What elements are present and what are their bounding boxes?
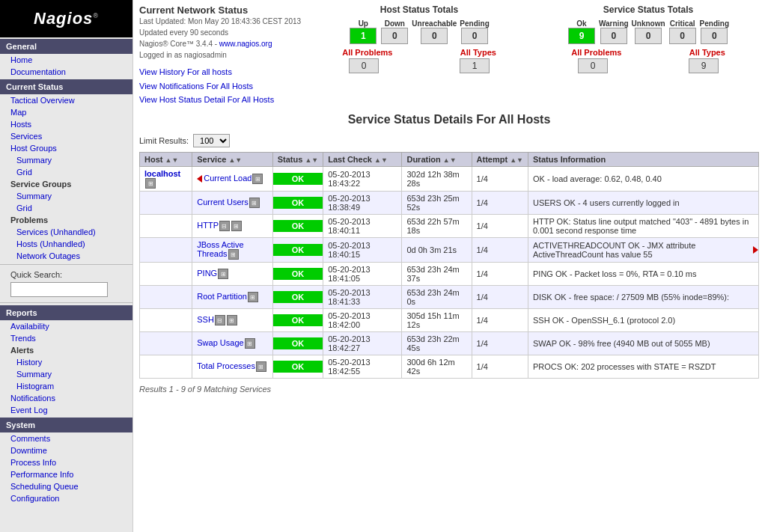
cell-duration: 302d 12h 38m 28s (402, 167, 472, 192)
service-link[interactable]: Total Processes (197, 361, 255, 370)
sidebar-item-host-groups[interactable]: Host Groups (0, 142, 132, 154)
host-all-problems-link[interactable]: All Problems (342, 48, 392, 57)
host-detail-icon[interactable]: ⊞ (145, 178, 156, 189)
view-notifications-link[interactable]: View Notifications For All Hosts (139, 79, 301, 94)
service-status-totals: Service Status Totals Ok 9 Warning 0 Unk… (537, 4, 759, 73)
sidebar-item-problems: Problems (0, 214, 132, 226)
host-link[interactable]: localhost (144, 169, 180, 178)
service-all-problems-val[interactable]: 0 (578, 58, 608, 73)
col-last-check: Last Check ▲▼ (323, 153, 402, 167)
sidebar-item-event-log[interactable]: Event Log (0, 404, 132, 416)
sidebar-item-comments[interactable]: Comments (0, 432, 132, 444)
host-all-types-link[interactable]: All Types (460, 48, 496, 57)
cell-attempt: 1/4 (472, 263, 528, 286)
sidebar-item-scheduling-queue[interactable]: Scheduling Queue (0, 480, 132, 492)
service-action-icon[interactable]: ⊞ (252, 174, 263, 184)
sidebar-item-services[interactable]: Services (0, 130, 132, 142)
sidebar-item-hosts-unhandled[interactable]: Hosts (Unhandled) (0, 238, 132, 250)
service-action-icon[interactable]: ⊞ (228, 249, 239, 260)
status-badge: OK (273, 220, 323, 232)
host-up-value[interactable]: 1 (350, 28, 377, 44)
view-history-link[interactable]: View History For all hosts (139, 65, 301, 79)
service-action-icon[interactable]: ⊞ (218, 269, 228, 279)
service-action-icon[interactable]: ⊞ (245, 338, 255, 349)
limit-select[interactable]: 100 50 25 All (193, 134, 230, 147)
cell-status-info: PROCS OK: 202 processes with STATE = RSZ… (528, 355, 759, 379)
cell-service: JBoss Active Threads⊞ (192, 238, 272, 263)
service-icon-1[interactable]: ⊟ (219, 221, 230, 231)
host-pending-value[interactable]: 0 (461, 28, 488, 44)
service-unknown-cell: Unknown 0 (630, 18, 667, 46)
service-link[interactable]: PING (197, 269, 217, 278)
service-critical-value[interactable]: 0 (669, 28, 696, 44)
service-all-types-val[interactable]: 9 (689, 58, 719, 73)
host-all-problems-val[interactable]: 0 (349, 58, 379, 73)
cell-last-check: 05-20-2013 18:40:11 (323, 215, 402, 238)
service-ok-value[interactable]: 9 (568, 28, 595, 44)
service-pending-value[interactable]: 0 (701, 28, 728, 44)
service-warning-value[interactable]: 0 (600, 28, 627, 44)
cell-last-check: 05-20-2013 18:41:33 (323, 286, 402, 309)
sidebar-item-downtime[interactable]: Downtime (0, 444, 132, 456)
cell-duration: 0d 0h 3m 21s (402, 238, 472, 263)
host-pending-cell: Pending 0 (458, 18, 490, 46)
service-all-problems-link[interactable]: All Problems (571, 48, 621, 57)
service-link[interactable]: Current Users (197, 198, 248, 207)
sidebar-item-hosts[interactable]: Hosts (0, 118, 132, 130)
service-link[interactable]: Current Load (204, 174, 252, 183)
service-link[interactable]: HTTP (197, 221, 219, 230)
sidebar-item-configuration[interactable]: Configuration (0, 492, 132, 504)
table-row: Total Processes⊞OK05-20-2013 18:42:55300… (140, 355, 759, 379)
quick-search-input[interactable] (10, 282, 108, 297)
service-link[interactable]: SSH (197, 315, 214, 324)
service-icon-1[interactable]: ⊟ (215, 315, 225, 325)
sidebar-item-documentation[interactable]: Documentation (0, 66, 132, 78)
sidebar-item-alerts: Alerts (0, 344, 132, 356)
cell-status-info: SSH OK - OpenSSH_6.1 (protocol 2.0) (528, 309, 759, 332)
table-row: PING⊞OK05-20-2013 18:41:05653d 23h 24m 3… (140, 263, 759, 286)
sidebar-item-notifications[interactable]: Notifications (0, 392, 132, 404)
sidebar-item-service-groups-grid[interactable]: Grid (0, 202, 132, 214)
table-row: Swap Usage⊞OK05-20-2013 18:42:27653d 23h… (140, 332, 759, 355)
logo: Nagios® (34, 9, 99, 28)
sidebar-item-host-groups-summary[interactable]: Summary (0, 154, 132, 166)
sidebar-item-process-info[interactable]: Process Info (0, 456, 132, 468)
sidebar-item-host-groups-grid[interactable]: Grid (0, 166, 132, 178)
cell-duration: 653d 23h 25m 52s (402, 192, 472, 215)
host-down-value[interactable]: 0 (381, 28, 408, 44)
sidebar-item-home[interactable]: Home (0, 54, 132, 66)
nagios-url-link[interactable]: www.nagios.org (219, 40, 272, 48)
service-unknown-value[interactable]: 0 (635, 28, 662, 44)
host-status-totals-title: Host Status Totals (308, 4, 530, 15)
sidebar-item-availability[interactable]: Availability (0, 320, 132, 332)
cell-status: OK (272, 355, 323, 379)
sidebar-section-reports: Reports (0, 305, 132, 320)
status-badge: OK (273, 244, 323, 256)
service-link[interactable]: Swap Usage (197, 338, 243, 347)
cell-status-info: SWAP OK - 98% free (4940 MB out of 5055 … (528, 332, 759, 355)
sidebar-item-network-outages[interactable]: Network Outages (0, 250, 132, 262)
sidebar-item-alerts-summary[interactable]: Summary (0, 368, 132, 380)
service-action-icon[interactable]: ⊞ (248, 292, 258, 302)
host-unreachable-value[interactable]: 0 (421, 28, 448, 44)
service-link[interactable]: Root Partition (197, 292, 247, 301)
status-badge: OK (273, 361, 323, 373)
service-all-links: All Problems All Types (537, 48, 759, 57)
service-all-types-link[interactable]: All Types (689, 48, 725, 57)
service-action-icon[interactable]: ⊞ (231, 221, 242, 231)
view-host-status-link[interactable]: View Host Status Detail For All Hosts (139, 93, 301, 107)
sidebar-item-services-unhandled[interactable]: Services (Unhandled) (0, 226, 132, 238)
cell-host (140, 309, 192, 332)
sidebar-item-performance-info[interactable]: Performance Info (0, 468, 132, 480)
sidebar-item-map[interactable]: Map (0, 106, 132, 118)
cell-status-info: ACTIVETHREADCOUNT OK - JMX attribute Act… (528, 238, 759, 263)
sidebar-item-alerts-histogram[interactable]: Histogram (0, 380, 132, 392)
sidebar-item-tactical-overview[interactable]: Tactical Overview (0, 94, 132, 106)
sidebar-item-trends[interactable]: Trends (0, 332, 132, 344)
sidebar-item-alerts-history[interactable]: History (0, 356, 132, 368)
sidebar-item-service-groups-summary[interactable]: Summary (0, 190, 132, 202)
service-action-icon[interactable]: ⊞ (227, 315, 237, 325)
host-all-types-val[interactable]: 1 (460, 58, 490, 73)
service-action-icon[interactable]: ⊞ (249, 198, 260, 208)
service-action-icon[interactable]: ⊞ (256, 361, 266, 372)
